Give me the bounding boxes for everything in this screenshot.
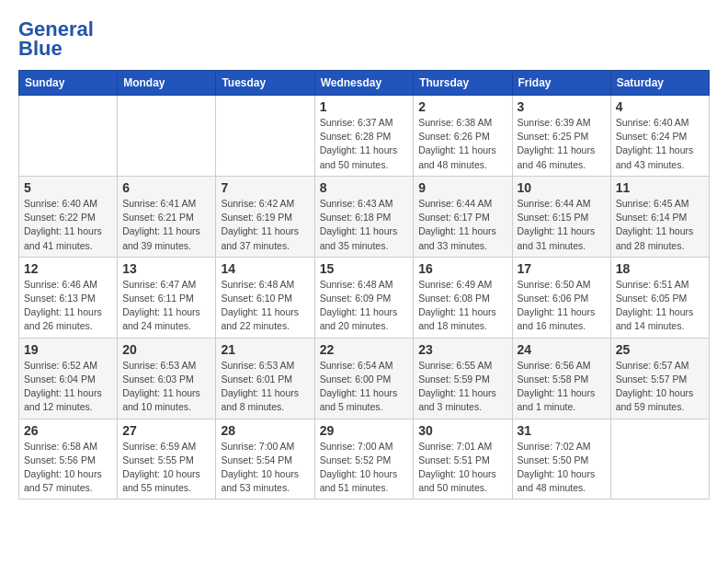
- day-cell: 10Sunrise: 6:44 AM Sunset: 6:15 PM Dayli…: [512, 176, 610, 257]
- day-number: 18: [616, 261, 704, 276]
- day-info: Sunrise: 6:53 AM Sunset: 6:03 PM Dayligh…: [122, 359, 210, 415]
- col-header-tuesday: Tuesday: [216, 71, 314, 96]
- day-number: 20: [122, 342, 210, 357]
- day-number: 17: [518, 261, 606, 276]
- day-info: Sunrise: 6:58 AM Sunset: 5:56 PM Dayligh…: [24, 440, 112, 496]
- day-number: 12: [24, 261, 112, 276]
- day-cell: 29Sunrise: 7:00 AM Sunset: 5:52 PM Dayli…: [314, 419, 414, 500]
- day-info: Sunrise: 6:51 AM Sunset: 6:05 PM Dayligh…: [616, 278, 704, 334]
- day-info: Sunrise: 6:53 AM Sunset: 6:01 PM Dayligh…: [221, 359, 309, 415]
- day-info: Sunrise: 6:48 AM Sunset: 6:09 PM Dayligh…: [320, 278, 409, 334]
- day-info: Sunrise: 7:00 AM Sunset: 5:52 PM Dayligh…: [320, 440, 409, 496]
- header-row: SundayMondayTuesdayWednesdayThursdayFrid…: [19, 71, 710, 96]
- day-number: 14: [221, 261, 309, 276]
- day-cell: 1Sunrise: 6:37 AM Sunset: 6:28 PM Daylig…: [314, 96, 414, 177]
- day-info: Sunrise: 6:52 AM Sunset: 6:04 PM Dayligh…: [24, 359, 112, 415]
- day-number: 8: [320, 180, 409, 195]
- day-cell: 11Sunrise: 6:45 AM Sunset: 6:14 PM Dayli…: [610, 176, 709, 257]
- day-number: 15: [320, 261, 409, 276]
- day-number: 11: [616, 180, 704, 195]
- day-info: Sunrise: 6:55 AM Sunset: 5:59 PM Dayligh…: [418, 359, 506, 415]
- day-cell: 27Sunrise: 6:59 AM Sunset: 5:55 PM Dayli…: [118, 419, 216, 500]
- day-info: Sunrise: 6:49 AM Sunset: 6:08 PM Dayligh…: [418, 278, 506, 334]
- week-row-2: 5Sunrise: 6:40 AM Sunset: 6:22 PM Daylig…: [19, 176, 710, 257]
- day-number: 6: [122, 180, 210, 195]
- day-info: Sunrise: 6:42 AM Sunset: 6:19 PM Dayligh…: [221, 197, 309, 253]
- day-cell: 21Sunrise: 6:53 AM Sunset: 6:01 PM Dayli…: [216, 338, 314, 419]
- day-cell: 14Sunrise: 6:48 AM Sunset: 6:10 PM Dayli…: [216, 257, 314, 338]
- day-info: Sunrise: 6:50 AM Sunset: 6:06 PM Dayligh…: [518, 278, 606, 334]
- day-number: 28: [221, 423, 309, 438]
- day-cell: 22Sunrise: 6:54 AM Sunset: 6:00 PM Dayli…: [314, 338, 414, 419]
- day-cell: 30Sunrise: 7:01 AM Sunset: 5:51 PM Dayli…: [414, 419, 512, 500]
- day-cell: 2Sunrise: 6:38 AM Sunset: 6:26 PM Daylig…: [414, 96, 512, 177]
- day-cell: 24Sunrise: 6:56 AM Sunset: 5:58 PM Dayli…: [512, 338, 610, 419]
- day-number: 10: [518, 180, 606, 195]
- day-cell: 6Sunrise: 6:41 AM Sunset: 6:21 PM Daylig…: [118, 176, 216, 257]
- day-number: 24: [518, 342, 606, 357]
- day-number: 26: [24, 423, 112, 438]
- day-info: Sunrise: 6:48 AM Sunset: 6:10 PM Dayligh…: [221, 278, 309, 334]
- week-row-4: 19Sunrise: 6:52 AM Sunset: 6:04 PM Dayli…: [19, 338, 710, 419]
- day-info: Sunrise: 6:46 AM Sunset: 6:13 PM Dayligh…: [24, 278, 112, 334]
- day-info: Sunrise: 6:44 AM Sunset: 6:15 PM Dayligh…: [518, 197, 606, 253]
- day-number: 22: [320, 342, 409, 357]
- page-header: General Blue: [18, 18, 710, 55]
- col-header-friday: Friday: [512, 71, 610, 96]
- day-number: 5: [24, 180, 112, 195]
- day-cell: 16Sunrise: 6:49 AM Sunset: 6:08 PM Dayli…: [414, 257, 512, 338]
- day-cell: 17Sunrise: 6:50 AM Sunset: 6:06 PM Dayli…: [512, 257, 610, 338]
- day-cell: 9Sunrise: 6:44 AM Sunset: 6:17 PM Daylig…: [414, 176, 512, 257]
- day-cell: 25Sunrise: 6:57 AM Sunset: 5:57 PM Dayli…: [610, 338, 709, 419]
- calendar-table: SundayMondayTuesdayWednesdayThursdayFrid…: [18, 70, 710, 500]
- day-cell: [118, 96, 216, 177]
- day-info: Sunrise: 6:40 AM Sunset: 6:22 PM Dayligh…: [24, 197, 112, 253]
- day-info: Sunrise: 6:43 AM Sunset: 6:18 PM Dayligh…: [320, 197, 409, 253]
- day-info: Sunrise: 6:54 AM Sunset: 6:00 PM Dayligh…: [320, 359, 409, 415]
- day-info: Sunrise: 6:37 AM Sunset: 6:28 PM Dayligh…: [320, 116, 409, 172]
- day-info: Sunrise: 6:39 AM Sunset: 6:25 PM Dayligh…: [518, 116, 606, 172]
- week-row-1: 1Sunrise: 6:37 AM Sunset: 6:28 PM Daylig…: [19, 96, 710, 177]
- day-cell: [19, 96, 118, 177]
- day-cell: 28Sunrise: 7:00 AM Sunset: 5:54 PM Dayli…: [216, 419, 314, 500]
- day-info: Sunrise: 7:02 AM Sunset: 5:50 PM Dayligh…: [518, 440, 606, 496]
- day-cell: 8Sunrise: 6:43 AM Sunset: 6:18 PM Daylig…: [314, 176, 414, 257]
- col-header-monday: Monday: [118, 71, 216, 96]
- col-header-wednesday: Wednesday: [314, 71, 414, 96]
- day-info: Sunrise: 6:57 AM Sunset: 5:57 PM Dayligh…: [616, 359, 704, 415]
- day-number: 1: [320, 99, 409, 114]
- day-cell: 4Sunrise: 6:40 AM Sunset: 6:24 PM Daylig…: [610, 96, 709, 177]
- day-number: 25: [616, 342, 704, 357]
- day-number: 13: [122, 261, 210, 276]
- day-number: 29: [320, 423, 409, 438]
- day-cell: 20Sunrise: 6:53 AM Sunset: 6:03 PM Dayli…: [118, 338, 216, 419]
- day-cell: 15Sunrise: 6:48 AM Sunset: 6:09 PM Dayli…: [314, 257, 414, 338]
- day-cell: 12Sunrise: 6:46 AM Sunset: 6:13 PM Dayli…: [19, 257, 118, 338]
- day-number: 7: [221, 180, 309, 195]
- day-cell: 31Sunrise: 7:02 AM Sunset: 5:50 PM Dayli…: [512, 419, 610, 500]
- day-number: 9: [418, 180, 506, 195]
- day-info: Sunrise: 7:01 AM Sunset: 5:51 PM Dayligh…: [418, 440, 506, 496]
- day-cell: [610, 419, 709, 500]
- day-cell: 23Sunrise: 6:55 AM Sunset: 5:59 PM Dayli…: [414, 338, 512, 419]
- day-cell: 13Sunrise: 6:47 AM Sunset: 6:11 PM Dayli…: [118, 257, 216, 338]
- day-number: 27: [122, 423, 210, 438]
- day-cell: 18Sunrise: 6:51 AM Sunset: 6:05 PM Dayli…: [610, 257, 709, 338]
- day-info: Sunrise: 6:45 AM Sunset: 6:14 PM Dayligh…: [616, 197, 704, 253]
- day-number: 31: [518, 423, 606, 438]
- day-info: Sunrise: 6:47 AM Sunset: 6:11 PM Dayligh…: [122, 278, 210, 334]
- day-number: 2: [418, 99, 506, 114]
- day-info: Sunrise: 6:40 AM Sunset: 6:24 PM Dayligh…: [616, 116, 704, 172]
- day-info: Sunrise: 6:44 AM Sunset: 6:17 PM Dayligh…: [418, 197, 506, 253]
- day-number: 16: [418, 261, 506, 276]
- col-header-sunday: Sunday: [19, 71, 118, 96]
- day-number: 3: [518, 99, 606, 114]
- week-row-5: 26Sunrise: 6:58 AM Sunset: 5:56 PM Dayli…: [19, 419, 710, 500]
- day-info: Sunrise: 6:56 AM Sunset: 5:58 PM Dayligh…: [518, 359, 606, 415]
- day-number: 30: [418, 423, 506, 438]
- day-cell: [216, 96, 314, 177]
- day-cell: 3Sunrise: 6:39 AM Sunset: 6:25 PM Daylig…: [512, 96, 610, 177]
- col-header-thursday: Thursday: [414, 71, 512, 96]
- day-cell: 7Sunrise: 6:42 AM Sunset: 6:19 PM Daylig…: [216, 176, 314, 257]
- week-row-3: 12Sunrise: 6:46 AM Sunset: 6:13 PM Dayli…: [19, 257, 710, 338]
